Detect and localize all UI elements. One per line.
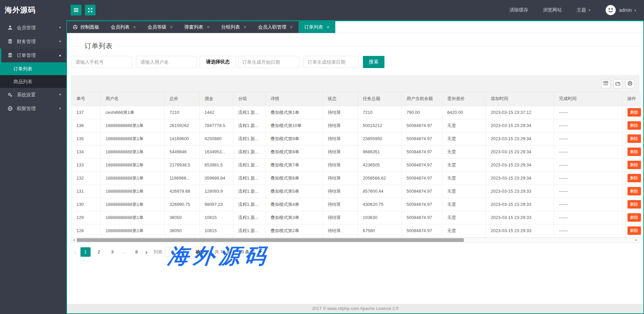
- tab-member-list[interactable]: 会员列表: [105, 21, 142, 33]
- header-cell: 详情: [265, 92, 323, 106]
- cell-created-at: 2023-03-15 23:29:34: [485, 145, 554, 158]
- chevron-up-icon: ▲: [59, 49, 62, 62]
- delete-button[interactable]: 删除: [628, 161, 641, 169]
- delete-button[interactable]: 删除: [628, 134, 641, 143]
- scroll-left-arrow-icon[interactable]: [72, 239, 75, 242]
- cell-created-at: 2023-03-15 23:29:34: [485, 158, 554, 171]
- pagination-page-8[interactable]: 8: [132, 247, 142, 257]
- cell-created-at: 2023-03-15 23:37:12: [485, 106, 554, 119]
- username-input[interactable]: [136, 56, 197, 68]
- delete-button[interactable]: 删除: [628, 121, 641, 130]
- pagination-page-1[interactable]: 1: [80, 247, 91, 257]
- close-icon[interactable]: [243, 25, 246, 30]
- table-row: 13518888888888第1单141696004250880流程1.新...…: [71, 132, 641, 145]
- cell-total-price: 5449846: [164, 145, 199, 158]
- pagination-next[interactable]: ›: [145, 248, 148, 256]
- page-size-select[interactable]: 10 条/页: [235, 247, 265, 257]
- cell-detail: 叠加模式第6单: [265, 171, 323, 185]
- cell-status: 待结算: [323, 132, 358, 145]
- cell-finished-at: ------: [554, 145, 622, 158]
- cell-actions: 删除: [622, 145, 641, 158]
- cell-username: 18888888888第1单: [100, 198, 164, 211]
- close-icon[interactable]: [170, 25, 173, 30]
- print-icon: [628, 81, 633, 87]
- export-button[interactable]: [613, 80, 622, 88]
- fullscreen-button[interactable]: [85, 5, 96, 15]
- delete-button[interactable]: 删除: [628, 108, 641, 117]
- sidebar-item-member-management[interactable]: 会员管理▼: [0, 21, 66, 35]
- cell-finished-at: ------: [554, 198, 622, 211]
- close-icon[interactable]: [207, 25, 210, 30]
- cell-group: 流程1.新...: [233, 198, 265, 211]
- header-cell: 单号: [71, 92, 100, 106]
- start-date-input[interactable]: [238, 56, 299, 68]
- horizontal-scrollbar[interactable]: [71, 238, 639, 243]
- table-row: 13018888888888第1单326990.7598097.23流程1.新.…: [71, 198, 641, 211]
- end-date-input[interactable]: [303, 56, 359, 68]
- status-select[interactable]: 请选择状态: [200, 56, 236, 68]
- cell-price-diff: 无需: [442, 198, 485, 211]
- sidebar-toggle-button[interactable]: [71, 5, 81, 15]
- cell-commission: 10815: [199, 224, 233, 237]
- delete-button[interactable]: 删除: [628, 226, 641, 235]
- tab-popup-list[interactable]: 弹窗列表: [179, 21, 215, 33]
- sidebar-subitem-product-list[interactable]: 商品列表: [0, 75, 66, 88]
- delete-button[interactable]: 删除: [628, 213, 641, 222]
- cell-id: 137: [71, 106, 100, 119]
- phone-input[interactable]: [71, 56, 132, 68]
- delete-button[interactable]: 删除: [628, 148, 641, 156]
- cell-created-at: 2023-03-15 23:29:34: [485, 132, 554, 145]
- hamburger-icon: [73, 7, 79, 13]
- search-button[interactable]: 搜索: [363, 56, 384, 68]
- sidebar-item-permission-management[interactable]: 权限管理▼: [0, 102, 66, 116]
- tab-member-entry[interactable]: 会员入职管理: [252, 21, 298, 33]
- sidebar: 会员管理▼财务管理▼订单管理▲订单列表商品列表系统设置▼权限管理▼: [0, 20, 66, 314]
- scrollbar-thumb[interactable]: [77, 238, 464, 242]
- cell-price-diff: 无需: [442, 119, 485, 132]
- chevron-down-icon: [259, 250, 262, 253]
- cell-balance: 50084874.97: [401, 132, 442, 145]
- scroll-right-arrow-icon[interactable]: [635, 239, 638, 242]
- close-icon[interactable]: [327, 25, 330, 30]
- tab-console[interactable]: 控制面板: [67, 21, 105, 33]
- chevron-down-icon: ▼: [59, 102, 62, 116]
- clear-cache-link[interactable]: 清除缓存: [509, 7, 528, 13]
- table-row: 12918888888888第1单3605010815流程1.新...叠加模式第…: [71, 211, 641, 224]
- tab-member-level[interactable]: 会员等级: [142, 21, 178, 33]
- pagination-prev[interactable]: ‹: [74, 248, 77, 256]
- cell-total-price: 426979.66: [164, 185, 199, 198]
- filter-columns-button[interactable]: [601, 80, 610, 88]
- sidebar-subitem-order-list[interactable]: 订单列表: [0, 62, 66, 75]
- cell-task-total: 7210: [358, 106, 401, 119]
- print-button[interactable]: [625, 80, 634, 88]
- sidebar-item-system-settings[interactable]: 系统设置▼: [0, 88, 66, 102]
- cell-total-price: 1198966...: [164, 171, 199, 185]
- cell-group: 流程1.新...: [233, 211, 265, 224]
- sidebar-item-label: 系统设置: [17, 92, 36, 97]
- cell-username: ceshi666第1单: [100, 106, 164, 119]
- tab-group-list[interactable]: 分组列表: [215, 21, 252, 33]
- confirm-button[interactable]: 确定: [191, 247, 209, 257]
- tab-order-list[interactable]: 订单列表: [299, 21, 335, 33]
- sidebar-item-label: 财务管理: [17, 39, 36, 44]
- sidebar-item-label: 权限管理: [17, 106, 36, 111]
- pagination-page-2[interactable]: 2: [94, 247, 104, 257]
- user-menu[interactable]: admin: [606, 5, 637, 15]
- close-icon[interactable]: [133, 25, 136, 30]
- filter-bar: 请选择状态 搜索: [71, 56, 639, 68]
- delete-button[interactable]: 删除: [628, 174, 641, 182]
- cell-actions: 删除: [622, 132, 641, 145]
- cell-group: 流程1.新...: [233, 132, 265, 145]
- pagination-page-3[interactable]: 3: [107, 247, 117, 257]
- sidebar-item-order-management[interactable]: 订单管理▲: [0, 49, 66, 62]
- columns-icon: [603, 81, 608, 87]
- delete-button[interactable]: 删除: [628, 187, 641, 195]
- sidebar-item-finance-management[interactable]: 财务管理▼: [0, 35, 66, 49]
- jump-page-input[interactable]: [165, 247, 179, 257]
- fullscreen-icon: [88, 7, 93, 13]
- theme-dropdown[interactable]: 主题: [577, 7, 591, 13]
- delete-button[interactable]: 删除: [628, 200, 641, 209]
- cell-detail: 叠加模式第5单: [265, 185, 323, 198]
- browse-site-link[interactable]: 浏览网站: [543, 7, 562, 13]
- close-icon[interactable]: [290, 25, 293, 30]
